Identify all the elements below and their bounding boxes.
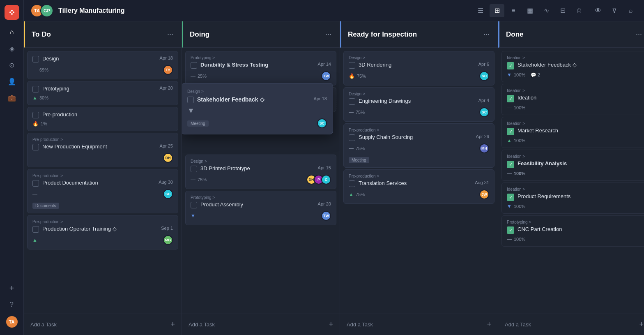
task-progress-market-research-done: ▲ 100% bbox=[507, 138, 525, 143]
column-done: Done ··· Ideation > ✓ Stakeholder Feedba… bbox=[498, 21, 644, 335]
task-checkbox-durability[interactable] bbox=[191, 62, 197, 69]
progress-icon-3d-rendering: 🔥 bbox=[349, 73, 355, 79]
task-card-new-prod-equip[interactable]: Pre-production > New Production Equipmen… bbox=[27, 133, 178, 167]
calendar-view-btn[interactable]: ⊟ bbox=[555, 4, 570, 17]
add-task-todo[interactable]: Add a Task + bbox=[24, 314, 182, 335]
popup-checkbox[interactable] bbox=[187, 97, 194, 103]
sidebar-home-icon[interactable]: ⌂ bbox=[5, 25, 19, 39]
sidebar-recent-icon[interactable]: ⊙ bbox=[5, 58, 19, 72]
popup-area: Design > Stakeholder Feedback ◇ Design > bbox=[185, 87, 336, 113]
task-date-prod-operator: Sep 1 bbox=[161, 226, 173, 231]
timeline-view-btn[interactable]: ≡ bbox=[506, 4, 521, 17]
docs-view-btn[interactable]: ⎙ bbox=[572, 4, 586, 17]
task-card-prototyping[interactable]: Prototyping Apr 20 ▲ 30% bbox=[27, 81, 178, 105]
task-progress-feasibility-done: — 100% bbox=[507, 171, 525, 176]
watch-btn[interactable]: 👁 bbox=[591, 4, 605, 17]
task-card-market-research-done[interactable]: Ideation > ✓ Market Research ▲ 100% bbox=[501, 117, 644, 148]
task-checkbox-product-assembly[interactable] bbox=[191, 202, 197, 208]
popup-card-stakeholder[interactable]: Design > Stakeholder Feedback ◇ Apr 18 ▼… bbox=[182, 83, 333, 134]
svg-point-3 bbox=[11, 13, 13, 15]
task-progress-engineering-drawings: — 75% bbox=[349, 109, 365, 115]
task-name-cnc-done: CNC Part Creation bbox=[518, 226, 642, 232]
task-checkbox-engineering-drawings[interactable] bbox=[349, 98, 355, 105]
popup-top: Stakeholder Feedback ◇ Apr 18 bbox=[187, 96, 327, 103]
task-progress-stakeholder-done: ▼ 100% 💬 2 bbox=[507, 72, 540, 78]
filter-btn[interactable]: ⊽ bbox=[608, 4, 621, 17]
table-view-btn[interactable]: ▦ bbox=[522, 4, 537, 17]
avatar-3d-rendering: SC bbox=[479, 71, 489, 81]
column-done-menu[interactable]: ··· bbox=[634, 28, 644, 40]
column-done-body: Ideation > ✓ Stakeholder Feedback ◇ ▼ 10… bbox=[498, 48, 644, 314]
avatar-product-assembly: TW bbox=[321, 211, 331, 221]
task-card-ideation-done[interactable]: Ideation > ✓ Ideation — 100% bbox=[501, 84, 644, 115]
task-checkbox-3d-printed[interactable] bbox=[191, 166, 197, 172]
task-avatars-product-docs: SC bbox=[163, 189, 173, 199]
add-task-done[interactable]: Add a Task + bbox=[498, 314, 644, 335]
task-avatars-design: TA bbox=[163, 65, 173, 75]
task-date-3d-printed: Apr 15 bbox=[318, 165, 331, 170]
task-checkbox-prototyping[interactable] bbox=[32, 86, 39, 92]
task-checkbox-stakeholder-done[interactable]: ✓ bbox=[507, 62, 514, 69]
task-card-stakeholder-done[interactable]: Ideation > ✓ Stakeholder Feedback ◇ ▼ 10… bbox=[501, 51, 644, 82]
progress-icon-stakeholder-done: ▼ bbox=[507, 72, 512, 78]
svg-point-0 bbox=[9, 12, 11, 13]
task-checkbox-supply-chain[interactable] bbox=[349, 134, 355, 141]
column-ready-menu[interactable]: ··· bbox=[482, 28, 491, 40]
task-card-3d-rendering[interactable]: Design > 3D Rendering Apr 6 🔥 75% bbox=[343, 51, 494, 85]
task-avatars-3d-rendering: SC bbox=[479, 71, 489, 81]
add-task-doing[interactable]: Add a Task + bbox=[182, 314, 340, 335]
column-todo-menu[interactable]: ··· bbox=[166, 28, 175, 40]
pulse-view-btn[interactable]: ∿ bbox=[539, 4, 554, 17]
task-avatars-durability: TW bbox=[321, 71, 331, 81]
search-btn[interactable]: ⌕ bbox=[624, 4, 637, 17]
app-logo[interactable] bbox=[5, 5, 19, 20]
task-card-feasibility-done[interactable]: Ideation > ✓ Feasibility Analysis — 100% bbox=[501, 150, 644, 181]
board-view-btn[interactable]: ⊞ bbox=[490, 4, 504, 17]
sidebar-people-icon[interactable]: 👤 bbox=[5, 74, 19, 89]
task-checkbox-ideation-done[interactable]: ✓ bbox=[507, 95, 514, 102]
task-card-prod-req-done[interactable]: Ideation > ✓ Product Requirements ▼ 100% bbox=[501, 183, 644, 214]
sidebar-briefcase-icon[interactable]: 💼 bbox=[5, 90, 19, 105]
task-checkbox-feasibility-done[interactable]: ✓ bbox=[507, 161, 514, 168]
sidebar-user-avatar[interactable]: TA bbox=[5, 315, 18, 328]
sidebar-pulse-icon[interactable]: ◈ bbox=[5, 41, 19, 56]
task-card-3d-printed[interactable]: Design > 3D Printed Prototype Apr 15 — 7… bbox=[185, 155, 336, 189]
task-progress-design: — 69% bbox=[32, 67, 48, 73]
progress-icon-market-research-done: ▲ bbox=[507, 138, 512, 143]
task-avatars-translation: JW bbox=[479, 189, 489, 199]
task-checkbox-market-research-done[interactable]: ✓ bbox=[507, 128, 514, 135]
task-checkbox-translation[interactable] bbox=[349, 180, 355, 187]
task-section-prod-operator: Pre-production > bbox=[32, 219, 173, 224]
sidebar-add-icon[interactable]: + bbox=[5, 281, 19, 296]
task-card-cnc-done[interactable]: Prototyping > ✓ CNC Part Creation — 100% bbox=[501, 215, 644, 247]
task-date-design: Apr 18 bbox=[160, 55, 173, 60]
task-checkbox-prod-operator[interactable] bbox=[32, 226, 39, 233]
task-card-pre-production[interactable]: Pre-production 🔥 1% bbox=[27, 107, 178, 131]
task-date-supply-chain: Apr 26 bbox=[476, 134, 489, 139]
task-card-durability[interactable]: Prototyping > Durability & Stress Testin… bbox=[185, 51, 336, 85]
sidebar-help-icon[interactable]: ? bbox=[5, 297, 19, 312]
task-checkbox-cnc-done[interactable]: ✓ bbox=[507, 226, 514, 234]
column-doing-header: Doing ··· bbox=[182, 21, 340, 48]
add-task-ready[interactable]: Add a Task + bbox=[340, 314, 498, 335]
main-area: TA GP Tillery Manufacturing ☰ ⊞ ≡ ▦ ∿ ⊟ … bbox=[24, 0, 644, 335]
task-section-prod-req-done: Ideation > bbox=[507, 187, 642, 192]
task-card-prod-operator[interactable]: Pre-production > Production Operator Tra… bbox=[27, 215, 178, 250]
column-doing-menu[interactable]: ··· bbox=[324, 28, 333, 40]
task-checkbox-product-docs[interactable] bbox=[32, 180, 39, 187]
task-name-durability: Durability & Stress Testing bbox=[200, 62, 315, 68]
popup-task-name: Stakeholder Feedback ◇ bbox=[197, 96, 310, 103]
task-date-engineering-drawings: Apr 4 bbox=[478, 98, 489, 103]
task-card-translation[interactable]: Pre-production > Translation Services Au… bbox=[343, 169, 494, 204]
task-card-design[interactable]: Design Apr 18 — 69% TA bbox=[27, 51, 178, 79]
task-card-product-assembly[interactable]: Prototyping > Product Assembly Apr 20 ▼ … bbox=[185, 191, 336, 225]
task-checkbox-prod-req-done[interactable]: ✓ bbox=[507, 194, 514, 201]
task-checkbox-new-prod-equip[interactable] bbox=[32, 144, 39, 150]
list-view-btn[interactable]: ☰ bbox=[473, 4, 488, 17]
task-card-supply-chain[interactable]: Pre-production > Supply Chain Sourcing A… bbox=[343, 123, 494, 168]
task-checkbox-3d-rendering[interactable] bbox=[349, 62, 355, 69]
task-card-engineering-drawings[interactable]: Design > Engineering Drawings Apr 4 — 75… bbox=[343, 87, 494, 122]
task-card-product-docs[interactable]: Pre-production > Product Documentation A… bbox=[27, 169, 178, 213]
task-checkbox-design[interactable] bbox=[32, 56, 39, 62]
task-checkbox-pre-production[interactable] bbox=[32, 112, 39, 118]
